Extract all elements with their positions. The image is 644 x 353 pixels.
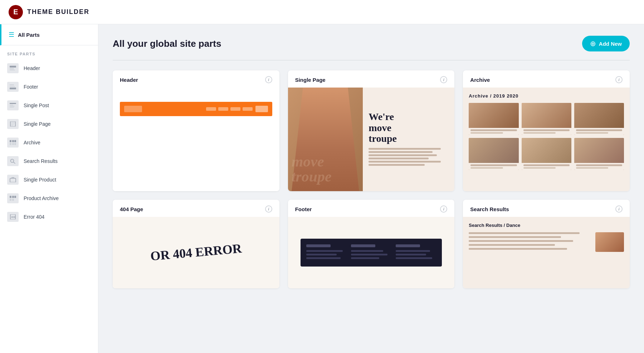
sidebar-item-label-header: Header — [24, 65, 40, 71]
content-area: All your global site parts ⊕ Add New Hea… — [98, 24, 644, 353]
sidebar-item-single-product[interactable]: Single Product — [0, 170, 98, 189]
sidebar: ☰ All Parts SITE PARTS Header Footer Sin… — [0, 24, 98, 353]
svg-rect-13 — [11, 125, 13, 126]
sidebar-item-error-404[interactable]: 404 Error 404 — [0, 208, 98, 226]
app-title: THEME BUILDER — [27, 8, 89, 16]
single-post-icon — [7, 100, 19, 110]
card-title-archive: Archive — [470, 77, 490, 83]
archive-header-text: Archive / 2019 2020 — [469, 93, 624, 99]
all-parts-icon: ☰ — [9, 31, 14, 39]
sidebar-item-label-single-post: Single Post — [24, 103, 49, 108]
svg-rect-2 — [10, 70, 15, 70]
footer-card-inner — [288, 217, 455, 288]
svg-rect-3 — [10, 84, 14, 85]
svg-rect-9 — [10, 107, 14, 108]
sidebar-item-label-search-results: Search Results — [24, 158, 58, 164]
sp-line-4 — [369, 158, 429, 159]
sp-line-5 — [369, 161, 441, 163]
svg-rect-7 — [10, 105, 13, 105]
card-preview-header — [113, 88, 279, 191]
archive-cell-4 — [469, 138, 518, 170]
sidebar-item-search-results[interactable]: Search Results — [0, 152, 98, 170]
header-nav — [206, 107, 253, 111]
card-info-icon-footer[interactable]: i — [440, 205, 447, 213]
archive-cell-3 — [574, 103, 624, 135]
card-search-results[interactable]: Search Results i Search Results / Dance — [463, 200, 630, 288]
cards-grid: Header i — [113, 70, 630, 288]
card-search-results-header: Search Results i — [463, 200, 630, 217]
svg-rect-0 — [10, 66, 16, 68]
svg-rect-19 — [14, 143, 16, 145]
card-single-page[interactable]: Single Page i We'removetroupe — [288, 70, 455, 191]
svg-rect-26 — [14, 196, 16, 198]
content-header: All your global site parts ⊕ Add New — [113, 36, 630, 51]
card-info-icon-archive[interactable]: i — [615, 76, 623, 83]
sidebar-item-header[interactable]: Header — [0, 59, 98, 78]
page-title: All your global site parts — [113, 38, 221, 49]
card-title-search-results: Search Results — [470, 206, 509, 212]
svg-rect-28 — [12, 199, 14, 201]
search-results-preview: Search Results / Dance — [463, 217, 630, 288]
error-404-icon: 404 — [7, 212, 19, 222]
svg-rect-16 — [14, 140, 16, 142]
card-header[interactable]: Header i — [113, 70, 279, 191]
add-new-button[interactable]: ⊕ Add New — [582, 36, 630, 51]
footer-col-1 — [306, 244, 347, 261]
card-single-page-header: Single Page i — [288, 70, 455, 88]
footer-preview-inner — [301, 239, 442, 267]
header-brand — [124, 106, 142, 112]
sr-header-text: Search Results / Dance — [469, 223, 624, 228]
card-preview-search-results: Search Results / Dance — [463, 217, 630, 288]
sp-line-2 — [369, 151, 433, 153]
card-title-single-page: Single Page — [295, 77, 326, 83]
card-preview-404: OR 404 ERROR — [113, 217, 279, 288]
sidebar-item-footer[interactable]: Footer — [0, 78, 98, 96]
all-parts-label: All Parts — [18, 32, 40, 38]
sidebar-item-label-footer: Footer — [24, 84, 38, 90]
sp-line-3 — [369, 154, 436, 156]
svg-rect-5 — [10, 88, 16, 89]
footer-icon — [7, 82, 19, 92]
sidebar-item-archive[interactable]: Archive — [0, 133, 98, 152]
search-results-icon — [7, 156, 19, 166]
svg-rect-18 — [12, 143, 14, 145]
archive-cell-1 — [469, 103, 518, 135]
card-archive[interactable]: Archive i Archive / 2019 2020 — [463, 70, 630, 191]
archive-cell-6 — [574, 138, 624, 170]
sp-right-panel: We'removetroupe — [363, 88, 454, 191]
card-info-icon-header[interactable]: i — [265, 76, 272, 83]
nav-item-1 — [206, 107, 216, 111]
sidebar-all-parts[interactable]: ☰ All Parts — [0, 24, 98, 45]
card-info-icon-single-page[interactable]: i — [440, 76, 447, 83]
card-info-icon-search-results[interactable]: i — [615, 205, 623, 213]
card-404-header: 404 Page i — [113, 200, 279, 217]
card-footer-header: Footer i — [288, 200, 455, 217]
header-preview-btn — [255, 106, 268, 112]
card-404[interactable]: 404 Page i OR 404 ERROR — [113, 200, 279, 288]
svg-rect-15 — [12, 140, 14, 142]
single-page-icon — [7, 119, 19, 129]
sp-watermark: movetroupe — [292, 154, 332, 184]
svg-rect-27 — [10, 199, 11, 201]
sidebar-item-single-post[interactable]: Single Post — [0, 96, 98, 115]
logo-icon: E — [9, 5, 23, 19]
sidebar-item-single-page[interactable]: Single Page — [0, 115, 98, 133]
sr-img-col — [595, 232, 624, 252]
card-footer[interactable]: Footer i — [288, 200, 455, 288]
topbar: E THEME BUILDER — [0, 0, 644, 24]
card-title-header: Header — [120, 77, 138, 83]
svg-rect-25 — [12, 196, 14, 198]
logo[interactable]: E THEME BUILDER — [9, 5, 89, 19]
archive-preview: Archive / 2019 2020 — [463, 88, 630, 191]
svg-rect-4 — [10, 86, 15, 87]
sidebar-item-label-archive: Archive — [24, 140, 40, 145]
card-info-icon-404[interactable]: i — [265, 205, 272, 213]
svg-rect-14 — [10, 140, 11, 142]
single-product-icon — [7, 175, 19, 185]
sidebar-item-label-product-archive: Product Archive — [24, 195, 59, 201]
sidebar-item-product-archive[interactable]: Product Archive — [0, 189, 98, 208]
svg-rect-12 — [11, 124, 14, 125]
sidebar-section-title: SITE PARTS — [0, 45, 98, 59]
sp-text-lines — [369, 148, 449, 167]
archive-icon — [7, 138, 19, 148]
